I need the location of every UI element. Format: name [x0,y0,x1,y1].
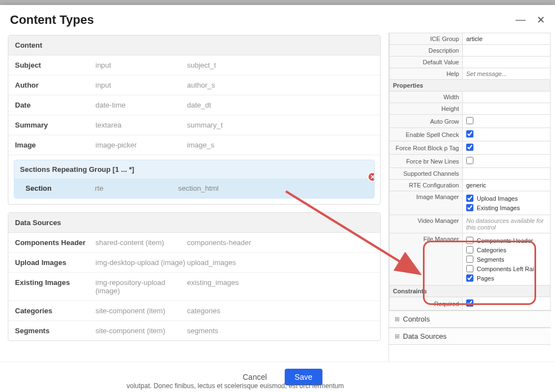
content-panel: Content Subject input subject_t Author i… [8,35,381,205]
required-checkbox[interactable] [466,299,473,307]
datasources-section[interactable]: ⊞Data Sources [389,328,551,345]
constraints-header: Constraints [390,286,551,297]
field-row[interactable]: Subject input subject_t [8,55,380,75]
force-root-block-checkbox[interactable] [466,144,473,151]
fm-left-rail-checkbox[interactable] [466,265,473,272]
data-sources-title: Data Sources [8,213,380,233]
modal-header: Content Types — ✕ [0,5,555,33]
repeating-group-title: Sections Repeating Group [1 ... *] [14,160,374,179]
controls-section[interactable]: ⊞Controls [389,310,551,328]
field-row[interactable]: Image image-picker image_s [8,135,380,155]
close-icon[interactable]: ✕ [537,14,545,26]
repeating-group-row[interactable]: Section rte section_html ✕ [14,179,374,198]
modal-title: Content Types [10,13,94,27]
field-row[interactable]: Date date-time date_dt [8,95,380,115]
field-row[interactable]: Author input author_s [8,75,380,95]
img-upload-checkbox[interactable] [466,195,473,202]
auto-grow-checkbox[interactable] [466,117,473,124]
repeating-group: Sections Repeating Group [1 ... *] Secti… [14,160,375,198]
datasource-row[interactable]: Categories site-component (item) categor… [8,301,380,321]
datasource-row[interactable]: Components Header shared-content (item) … [8,233,380,253]
datasource-row[interactable]: Segments site-component (item) segments [8,321,380,340]
expand-icon: ⊞ [395,333,400,340]
datasource-row[interactable]: Upload Images img-desktop-upload (image)… [8,253,380,273]
properties-header: Properties [390,80,551,91]
force-br-checkbox[interactable] [466,157,473,164]
content-types-modal: Content Types — ✕ Content Subject input … [0,5,555,392]
data-sources-panel: Data Sources Components Header shared-co… [8,212,381,341]
spell-check-checkbox[interactable] [466,130,473,138]
fm-segments-checkbox[interactable] [466,256,473,263]
help-input[interactable] [466,70,547,77]
fm-categories-checkbox[interactable] [466,246,473,253]
fm-pages-checkbox[interactable] [466,274,473,282]
content-panel-title: Content [8,35,380,55]
datasource-row[interactable]: Existing Images img-repository-upload (i… [8,273,380,301]
minimize-icon[interactable]: — [516,14,526,26]
delete-icon[interactable]: ✕ [367,172,375,182]
fm-components-header-checkbox[interactable] [466,237,473,244]
img-existing-checkbox[interactable] [466,204,473,211]
properties-panel: ICE Grouparticle Description Default Val… [389,33,551,362]
field-row[interactable]: Summary textarea summary_t [8,115,380,135]
expand-icon: ⊞ [395,315,400,323]
background-text: volutpat. Donec finibus, lectus et scele… [127,382,344,390]
left-column: Content Subject input subject_t Author i… [0,33,389,362]
